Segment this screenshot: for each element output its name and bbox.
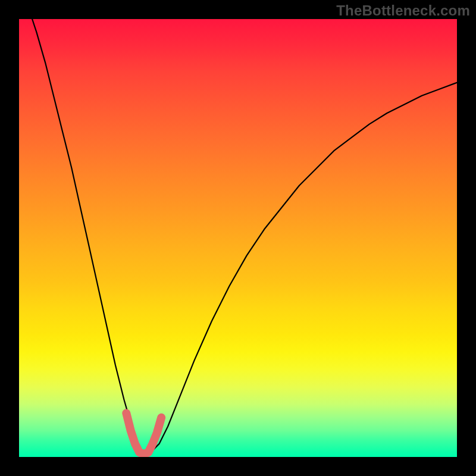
curve-layer <box>19 19 457 457</box>
chart-frame: TheBottleneck.com <box>0 0 476 476</box>
watermark-text: TheBottleneck.com <box>336 2 470 19</box>
main-curve-group <box>32 19 457 454</box>
bottleneck-curve-path <box>32 19 457 453</box>
plot-area <box>19 19 457 457</box>
